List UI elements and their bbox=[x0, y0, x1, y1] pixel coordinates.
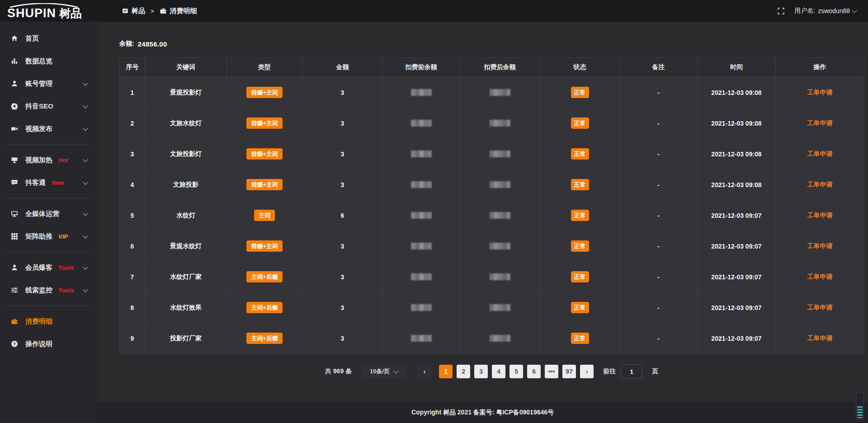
cell-keyword: 投影灯厂家 bbox=[145, 323, 227, 354]
chevron-down-icon bbox=[83, 233, 88, 238]
redacted-value bbox=[490, 150, 510, 157]
sidebar-item-video-heating[interactable]: 视频加热Hot bbox=[0, 149, 97, 171]
cell-note: - bbox=[620, 139, 698, 169]
cell-balance-after bbox=[460, 292, 540, 323]
sidebar-item-badge: New bbox=[52, 179, 64, 186]
ticket-apply-link[interactable]: 工单申请 bbox=[807, 212, 833, 219]
pagination-page-3[interactable]: 3 bbox=[474, 365, 488, 378]
column-header: 金额 bbox=[302, 58, 383, 77]
page-size-select[interactable]: 10条/页 bbox=[361, 365, 406, 378]
chat-icon bbox=[11, 179, 19, 186]
pagination-page-1[interactable]: 1 bbox=[439, 365, 453, 378]
sidebar-item-home[interactable]: 首页 bbox=[0, 27, 97, 50]
sidebar-item-consumption-details[interactable]: 消费明细 bbox=[0, 310, 97, 333]
floating-widget[interactable] bbox=[856, 393, 864, 420]
sidebar: 首页数据总览账号管理抖音SEO视频发布视频加热Hot抖客通New全媒体运营矩阵助… bbox=[0, 22, 97, 423]
ticket-apply-link[interactable]: 工单申请 bbox=[807, 119, 833, 127]
ticket-apply-link[interactable]: 工单申请 bbox=[807, 242, 833, 249]
redacted-value bbox=[411, 150, 432, 157]
breadcrumb-label: 消费明细 bbox=[170, 7, 197, 15]
cell-amount: 3 bbox=[302, 77, 383, 108]
cell-index: 4 bbox=[120, 169, 145, 200]
sidebar-item-label: 视频加热 bbox=[25, 156, 52, 164]
sidebar-item-douketong[interactable]: 抖客通New bbox=[0, 171, 97, 194]
cell-type: 前缀+主词 bbox=[227, 139, 302, 169]
ticket-apply-link[interactable]: 工单申请 bbox=[807, 89, 833, 96]
grid-icon bbox=[11, 233, 19, 240]
home-icon bbox=[11, 35, 19, 42]
cell-index: 5 bbox=[120, 200, 145, 231]
pagination-page-5[interactable]: 5 bbox=[509, 365, 523, 378]
sidebar-divider bbox=[5, 198, 93, 198]
sidebar-item-label: 账号管理 bbox=[25, 80, 52, 88]
sidebar-item-operation-guide[interactable]: ?操作说明 bbox=[0, 333, 97, 355]
cell-note: - bbox=[620, 262, 698, 292]
cell-action: 工单申请 bbox=[776, 169, 864, 200]
pagination-next-button[interactable]: › bbox=[580, 365, 594, 378]
sidebar-item-account-management[interactable]: 账号管理 bbox=[0, 72, 97, 95]
redacted-value bbox=[411, 181, 432, 188]
sidebar-item-lead-monitoring[interactable]: 线索监控Tools bbox=[0, 279, 97, 301]
sidebar-item-label: 会员爆客 bbox=[25, 263, 52, 272]
cell-balance-before bbox=[383, 292, 460, 323]
sidebar-item-label: 抖音SEO bbox=[25, 102, 53, 111]
status-badge: 正常 bbox=[571, 179, 589, 191]
ticket-apply-link[interactable]: 工单申请 bbox=[807, 334, 833, 342]
pagination-page-2[interactable]: 2 bbox=[457, 365, 470, 378]
cell-balance-after bbox=[460, 323, 540, 354]
column-header: 扣费后余额 bbox=[460, 58, 540, 77]
ticket-apply-link[interactable]: 工单申请 bbox=[807, 150, 833, 157]
sidebar-item-data-overview[interactable]: 数据总览 bbox=[0, 50, 97, 72]
chevron-down-icon bbox=[83, 103, 88, 108]
chevron-down-icon bbox=[83, 157, 88, 162]
chart-icon bbox=[11, 57, 19, 65]
user-icon bbox=[11, 80, 19, 87]
pagination-page-4[interactable]: 4 bbox=[492, 365, 505, 378]
sidebar-item-video-publish[interactable]: 视频发布 bbox=[0, 118, 97, 140]
user-menu[interactable]: 用户名: zswodun88 bbox=[794, 7, 856, 15]
sidebar-item-all-media-operation[interactable]: 全媒体运营 bbox=[0, 202, 97, 225]
cell-balance-after bbox=[460, 77, 540, 108]
sidebar-item-matrix-boost[interactable]: 矩阵助推VIP bbox=[0, 225, 97, 248]
ticket-apply-link[interactable]: 工单申请 bbox=[807, 304, 833, 311]
chevron-down-icon bbox=[393, 368, 398, 373]
sidebar-item-douyin-seo[interactable]: 抖音SEO bbox=[0, 95, 97, 118]
cell-note: - bbox=[620, 323, 698, 354]
type-badge: 主词 bbox=[254, 210, 275, 221]
dashboard-icon bbox=[122, 8, 128, 14]
pagination-goto-input[interactable] bbox=[621, 364, 642, 379]
pagination-prev-button[interactable]: ‹ bbox=[418, 365, 431, 378]
cell-type: 前缀+主词 bbox=[227, 77, 302, 108]
topbar-right: 用户名: zswodun88 bbox=[778, 7, 868, 15]
cell-status: 正常 bbox=[540, 262, 620, 292]
column-header: 备注 bbox=[620, 58, 698, 77]
breadcrumb-item-shupin[interactable]: 树品 bbox=[122, 7, 145, 15]
cell-note: - bbox=[620, 231, 698, 262]
sidebar-divider bbox=[5, 252, 93, 252]
member-icon bbox=[11, 264, 19, 271]
app-logo[interactable]: SHUPIN树品 bbox=[0, 3, 97, 19]
cell-action: 工单申请 bbox=[776, 262, 864, 292]
cell-status: 正常 bbox=[540, 231, 620, 262]
fullscreen-icon[interactable] bbox=[778, 8, 784, 14]
cell-type: 主词+后缀 bbox=[227, 323, 302, 354]
cell-time: 2021-12-03 09:08 bbox=[698, 139, 776, 169]
pagination-ellipsis[interactable]: ••• bbox=[545, 365, 558, 378]
cell-amount: 3 bbox=[302, 231, 383, 262]
chevron-down-icon bbox=[83, 179, 88, 184]
cell-balance-after bbox=[460, 262, 540, 292]
pagination-page-6[interactable]: 6 bbox=[527, 365, 541, 378]
ticket-apply-link[interactable]: 工单申请 bbox=[807, 181, 833, 188]
table-row: 3文旅投影灯前缀+主词3正常-2021-12-03 09:08工单申请 bbox=[120, 139, 864, 169]
chevron-down-icon bbox=[83, 211, 88, 216]
sidebar-item-badge: Tools bbox=[58, 287, 74, 294]
pagination-page-97[interactable]: 97 bbox=[562, 365, 576, 378]
app-root: SHUPIN树品 树品>消费明细 用户名: zswodun88 首页数据总览账号… bbox=[0, 0, 868, 423]
cell-amount: 3 bbox=[302, 292, 383, 323]
cell-index: 7 bbox=[120, 262, 145, 292]
breadcrumb-item-consumption-details[interactable]: 消费明细 bbox=[160, 7, 197, 15]
sliders-icon bbox=[11, 287, 19, 294]
status-badge: 正常 bbox=[571, 271, 589, 283]
ticket-apply-link[interactable]: 工单申请 bbox=[807, 273, 833, 280]
sidebar-item-member-baoke[interactable]: 会员爆客Tools bbox=[0, 256, 97, 279]
